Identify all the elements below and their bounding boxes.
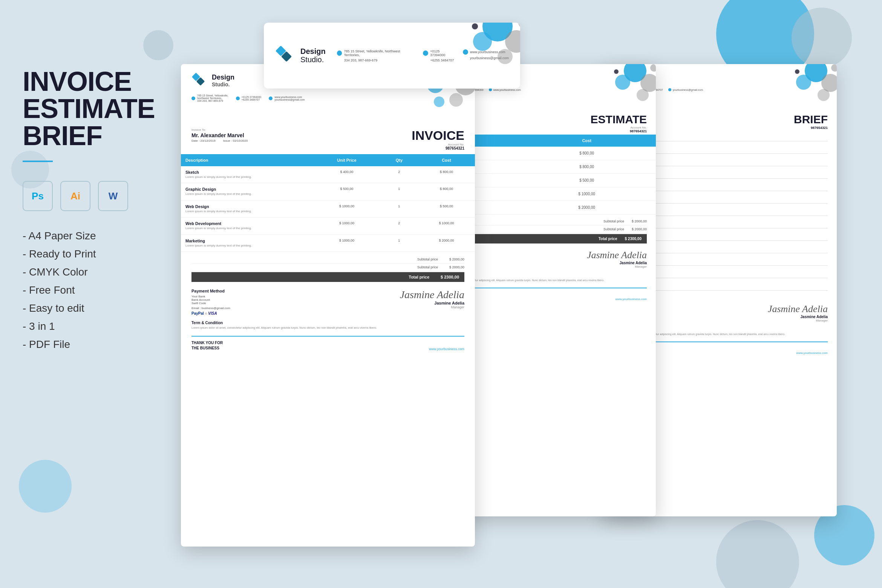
subtotal1-row: Subtotal price $ 2000,00 bbox=[191, 256, 464, 263]
feature-edit: - Easy to edit bbox=[23, 302, 166, 314]
subtotal1-value: $ 2000,00 bbox=[449, 257, 464, 261]
est-title-block: ESTIMATE Account No. 987654321 bbox=[591, 113, 647, 133]
feature-font: - Free Font bbox=[23, 284, 166, 296]
subtotal2-value: $ 2000,00 bbox=[449, 265, 464, 269]
inv-addr-text: 785 15 Street, Yellowknife,Northwest Ter… bbox=[197, 94, 228, 102]
address-icon bbox=[337, 51, 342, 56]
inv-contact-addr: 785 15 Street, Yellowknife,Northwest Ter… bbox=[191, 94, 228, 102]
table-row: Sketch Lorem ipsum is simply dummy text … bbox=[181, 166, 475, 183]
invoice-brand-name: Design bbox=[212, 74, 234, 81]
invoice-tc-title: Term & Condition bbox=[191, 321, 464, 325]
item-2-price: $ 500,00 bbox=[313, 183, 380, 200]
invoice-signer-name: Jasmine Adelia bbox=[400, 301, 464, 305]
paypal-text: PayPal bbox=[191, 311, 204, 315]
invoice-dates: Date : 23/12/2019 Issue : 02/10/2020 bbox=[191, 139, 248, 142]
table-row: Web Design Lorem ipsum is simply dummy t… bbox=[181, 200, 475, 217]
svg-point-7 bbox=[472, 23, 478, 29]
invoice-to-label: Invoice To: bbox=[191, 128, 248, 132]
invoice-brand-sub: Studio. bbox=[212, 81, 234, 87]
card-circles-svg bbox=[422, 23, 520, 89]
subtotal2-row: Subtotal price $ 2000,00 bbox=[191, 263, 464, 271]
est-signer-title: Manager bbox=[587, 265, 647, 268]
invoice-totals: Subtotal price $ 2000,00 Subtotal price … bbox=[181, 252, 475, 286]
card-brand-name: Design bbox=[300, 47, 326, 55]
brief-web-text: yourbusiness@gmail.com bbox=[673, 89, 703, 91]
est-account-no: 987654321 bbox=[591, 129, 647, 133]
payment-email: Email : business@gmail.com bbox=[191, 306, 230, 310]
left-panel: INVOICE ESTIMATE BRIEF Ps Ai W - A4 Pape… bbox=[23, 68, 166, 357]
item-5-price: $ 1000,00 bbox=[313, 234, 380, 251]
est-col-cost: Cost bbox=[518, 135, 656, 147]
invoice-document: Design Studio. 785 15 Street, Yellowknif… bbox=[181, 64, 475, 547]
inv-phone-text: +0125 37394000+6255 3484707 bbox=[242, 96, 262, 101]
feature-print: - Ready to Print bbox=[23, 248, 166, 260]
invoice-title-section: Invoice To: Mr. Alexander Marvel Date : … bbox=[181, 124, 475, 154]
total-value: $ 2300,00 bbox=[441, 275, 459, 279]
item-4-price: $ 1000,00 bbox=[313, 217, 380, 234]
card-contact-address: 785 15 Street, Yellowknife, Northwest Te… bbox=[337, 49, 416, 62]
card-logo: Design Studio. bbox=[275, 45, 326, 66]
inv-web-icon bbox=[269, 96, 273, 100]
invoice-title-right: INVOICE Account No. 987654321 bbox=[412, 128, 464, 150]
est-total-value: $ 2300,00 bbox=[625, 237, 642, 241]
est-row1-cost: $ 800,00 bbox=[518, 147, 656, 160]
payment-methods-row: PayPal ® VISA bbox=[191, 311, 230, 315]
inv-phone-icon bbox=[236, 96, 240, 100]
brief-title: BRIEF bbox=[794, 113, 828, 126]
invoice-to-block: Invoice To: Mr. Alexander Marvel Date : … bbox=[191, 128, 248, 142]
item-4-qty: 2 bbox=[380, 217, 418, 234]
est-sub2-label: Subtotal price bbox=[603, 227, 624, 231]
est-total-label: Total price bbox=[599, 237, 617, 241]
address2-text: 334 203, 987-669-679 bbox=[344, 58, 416, 62]
item-1-cost: $ 800,00 bbox=[418, 166, 475, 183]
invoice-payment-section: Payment Method Your Bank Bank Account Sw… bbox=[181, 286, 475, 318]
inv-issue: Issue : 02/10/2020 bbox=[223, 139, 248, 142]
bg-circle-teal-left-bottom bbox=[19, 460, 72, 513]
address-text: 785 15 Street, Yellowknife, Northwest Te… bbox=[344, 49, 415, 57]
brief-signature: Jasmine Adelia bbox=[768, 303, 828, 315]
est-sub2-value: $ 2000,00 bbox=[632, 227, 647, 231]
title-estimate: ESTIMATE bbox=[23, 95, 166, 122]
brief-signer-title: Manager bbox=[768, 319, 828, 322]
svg-point-4 bbox=[473, 32, 492, 51]
est-row4-cost: $ 1000,00 bbox=[518, 187, 656, 201]
est-row5-cost: $ 2000,00 bbox=[518, 201, 656, 214]
col-price: Unit Price bbox=[313, 154, 380, 166]
card-brand: Design Studio. bbox=[300, 47, 326, 64]
payment-swift: Swift Code bbox=[191, 302, 230, 305]
item-1-price: $ 400,00 bbox=[313, 166, 380, 183]
est-footer-web: www.yourbusiness.com bbox=[615, 297, 647, 301]
docs-container: Design Studio. 785 15 Street, Yellowknif… bbox=[181, 23, 867, 573]
estimate-title: ESTIMATE bbox=[591, 113, 647, 126]
item-3-qty: 1 bbox=[380, 200, 418, 217]
business-card: Design Studio. 785 15 Street, Yellowknif… bbox=[264, 23, 520, 89]
invoice-table-head: Description Unit Price Qty Cost bbox=[181, 154, 475, 166]
col-qty: Qty bbox=[380, 154, 418, 166]
invoice-table-body: Sketch Lorem ipsum is simply dummy text … bbox=[181, 166, 475, 251]
visa-text: VISA bbox=[208, 311, 217, 315]
footer-web: www.yourbusiness.com bbox=[429, 347, 464, 351]
payment-bank: Your Bank bbox=[191, 295, 230, 298]
total-label: Total price bbox=[409, 275, 429, 279]
item-5-desc: Marketing Lorem ipsum is simply dummy te… bbox=[181, 234, 313, 251]
inv-account-no: 987654321 bbox=[412, 146, 464, 150]
item-2-qty: 1 bbox=[380, 183, 418, 200]
est-row3-cost: $ 500,00 bbox=[518, 174, 656, 187]
invoice-title: INVOICE bbox=[412, 128, 464, 143]
invoice-signature-block: Jasmine Adelia Jasmine Adelia Manager bbox=[400, 289, 464, 315]
title-underline bbox=[23, 161, 53, 162]
invoice-signature: Jasmine Adelia bbox=[400, 289, 464, 301]
card-brand-sub: Studio. bbox=[300, 55, 326, 64]
item-1-qty: 2 bbox=[380, 166, 418, 183]
est-signature: Jasmine Adelia bbox=[587, 250, 647, 261]
brief-web: yourbusiness@gmail.com bbox=[668, 88, 703, 91]
word-icon: W bbox=[98, 181, 128, 211]
svg-point-31 bbox=[831, 64, 837, 72]
logo-svg bbox=[275, 45, 296, 66]
brief-title-block: BRIEF 987654321 bbox=[794, 113, 828, 130]
est-web-text: www.yourbusiness.com bbox=[493, 89, 521, 91]
features-list: - A4 Paper Size - Ready to Print - CMYK … bbox=[23, 230, 166, 351]
table-row: Web Development Lorem ipsum is simply du… bbox=[181, 217, 475, 234]
title-brief: BRIEF bbox=[23, 122, 166, 149]
invoice-table: Description Unit Price Qty Cost Sketch L… bbox=[181, 154, 475, 252]
